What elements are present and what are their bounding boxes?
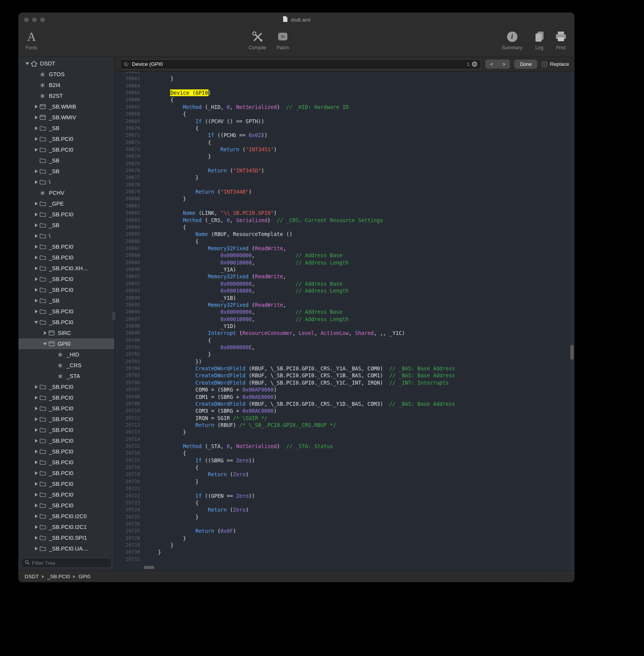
done-button[interactable]: Done [514,60,537,69]
sidebar-item[interactable]: _SB [18,155,114,166]
code-editor[interactable]: 2066220663 }2066420665 Device (GPI0)2066… [115,72,574,571]
sidebar-item[interactable]: _SB.PCI0 [18,306,114,317]
sidebar-item[interactable]: GPI0 [18,338,114,349]
sidebar-item[interactable]: _SB.PCI0 [18,317,114,328]
search-input[interactable]: Device (GPI0 1 [120,59,481,69]
sidebar-item[interactable]: _SB.PCI0.I2C1 [18,522,114,532]
disclosure-triangle-icon[interactable] [33,396,40,400]
sidebar-item[interactable]: _SB.PCI0 [18,435,114,446]
disclosure-triangle-icon[interactable] [42,331,48,335]
sidebar-item[interactable]: _SB.PCI0.I2C0 [18,511,114,522]
disclosure-triangle-icon[interactable] [42,343,48,345]
patch-button[interactable]: Patch [271,29,294,50]
sidebar-item[interactable]: SIRC [18,328,114,338]
disclosure-triangle-icon[interactable] [33,321,40,324]
sidebar-item[interactable]: \ [18,231,114,241]
sidebar-item[interactable]: _SB.PCI0 [18,414,114,425]
disclosure-triangle-icon[interactable] [33,213,40,216]
disclosure-triangle-icon[interactable] [33,460,40,464]
sidebar-item[interactable]: B2I4 [18,80,114,90]
splitter-handle[interactable] [112,312,115,320]
disclosure-triangle-icon[interactable] [33,514,40,518]
horizontal-scrollbar[interactable] [144,566,154,569]
zoom-button[interactable] [40,17,45,22]
clear-search-icon[interactable] [472,61,477,67]
sidebar-item[interactable]: _SB.PCI0 [18,241,114,252]
sidebar-item[interactable]: _SB.PCI0.XH… [18,263,114,274]
disclosure-triangle-icon[interactable] [33,385,40,389]
disclosure-triangle-icon[interactable] [33,439,40,443]
breadcrumb-item[interactable]: DSDT [25,574,39,579]
disclosure-triangle-icon[interactable] [33,525,40,529]
disclosure-triangle-icon[interactable] [33,277,40,281]
disclosure-triangle-icon[interactable] [33,407,40,410]
sidebar-item[interactable]: _SB [18,295,114,306]
replace-checkbox[interactable] [542,62,547,67]
sidebar-item[interactable]: _SB.PCI0 [18,144,114,155]
sidebar-item[interactable]: _STA [18,371,114,382]
vertical-scrollbar[interactable] [571,345,574,360]
sidebar-item[interactable]: _SB.PCI0 [18,252,114,263]
sidebar-item[interactable]: _SB.WMIV [18,112,114,123]
disclosure-triangle-icon[interactable] [33,256,40,259]
sidebar-item[interactable]: _SB.PCI0 [18,134,114,144]
disclosure-triangle-icon[interactable] [33,310,40,313]
print-button[interactable]: Print [551,29,571,50]
sidebar-item[interactable]: _HID [18,349,114,360]
breadcrumb-item[interactable]: GPI0 [78,574,90,579]
filter-tree-input[interactable]: Filter Tree [21,558,112,568]
disclosure-triangle-icon[interactable] [33,234,40,238]
disclosure-triangle-icon[interactable] [33,547,40,551]
disclosure-triangle-icon[interactable] [33,299,40,303]
disclosure-triangle-icon[interactable] [33,482,40,486]
find-previous-button[interactable]: < [486,60,497,69]
sidebar-item[interactable]: _SB.PCI0 [18,274,114,284]
sidebar-item[interactable]: \ [18,177,114,187]
disclosure-triangle-icon[interactable] [24,62,31,65]
disclosure-triangle-icon[interactable] [33,137,40,141]
disclosure-triangle-icon[interactable] [33,504,40,507]
sidebar-item[interactable]: _SB.PCI0 [18,446,114,457]
sidebar-item[interactable]: PCHV [18,187,114,198]
sidebar-item[interactable]: _SB.WMIB [18,101,114,112]
disclosure-triangle-icon[interactable] [33,105,40,109]
disclosure-triangle-icon[interactable] [33,245,40,249]
sidebar-item[interactable]: _SB.PCI0 [18,284,114,295]
sidebar-item[interactable]: _SB.PCI0 [18,479,114,489]
sidebar-item[interactable]: _SB.PCI0 [18,392,114,403]
disclosure-triangle-icon[interactable] [33,126,40,130]
sidebar-item[interactable]: _SB.PCI0 [18,425,114,435]
sidebar-item[interactable]: DSDT [18,58,114,69]
fonts-button[interactable]: A Fonts [21,29,42,50]
sidebar-item[interactable]: _SB.PCI0 [18,500,114,511]
minimize-button[interactable] [32,17,37,22]
disclosure-triangle-icon[interactable] [33,493,40,497]
disclosure-triangle-icon[interactable] [33,450,40,454]
disclosure-triangle-icon[interactable] [33,428,40,432]
sidebar-item[interactable]: GTOS [18,69,114,80]
sidebar-item[interactable]: _CRS [18,360,114,371]
find-next-button[interactable]: > [498,60,510,69]
disclosure-triangle-icon[interactable] [33,202,40,206]
log-button[interactable]: Log [530,29,549,50]
sidebar-item[interactable]: _SB.PCI0.SPI1 [18,532,114,543]
close-button[interactable] [24,17,29,22]
summary-button[interactable]: i Summary [497,29,527,50]
sidebar-item[interactable]: _GPE [18,198,114,209]
disclosure-triangle-icon[interactable] [33,223,40,227]
sidebar-item[interactable]: _SB.PCI0 [18,382,114,392]
disclosure-triangle-icon[interactable] [33,417,40,421]
disclosure-triangle-icon[interactable] [33,180,40,184]
compile-button[interactable]: Compile [244,29,271,50]
breadcrumb-item[interactable]: _SB.PCI0 [47,574,70,579]
sidebar-item[interactable]: B2ST [18,90,114,101]
sidebar-item[interactable]: _SB [18,123,114,134]
sidebar-item[interactable]: _SB.PCI0 [18,403,114,414]
sidebar-item[interactable]: _SB.PCI0 [18,457,114,468]
disclosure-triangle-icon[interactable] [33,115,40,119]
sidebar-item[interactable]: _SB.PCI0.UA… [18,543,114,554]
disclosure-triangle-icon[interactable] [33,148,40,152]
sidebar-item[interactable]: _SB [18,220,114,231]
sidebar-item[interactable]: _SB.PCI0 [18,489,114,500]
disclosure-triangle-icon[interactable] [33,288,40,292]
